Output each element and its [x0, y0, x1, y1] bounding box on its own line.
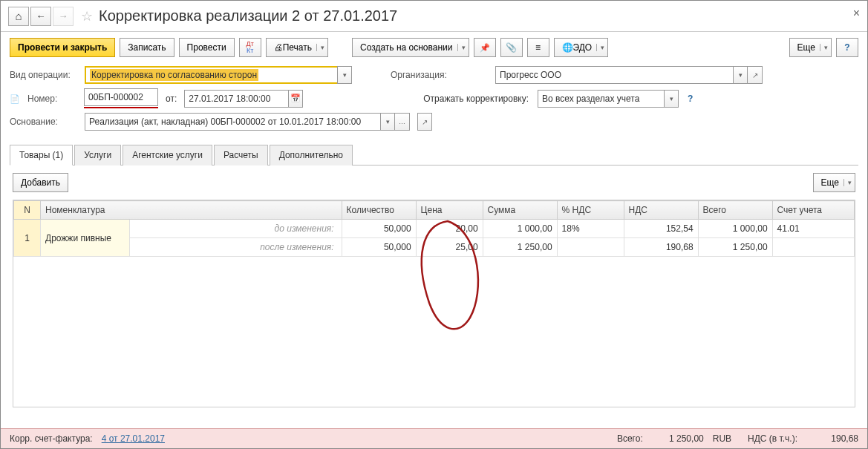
col-sum[interactable]: Сумма	[483, 201, 557, 220]
org-dropdown[interactable]: ▾	[733, 66, 748, 84]
col-account[interactable]: Счет учета	[772, 201, 854, 220]
col-item[interactable]: Номенклатура	[41, 201, 342, 220]
date-input[interactable]: 27.01.2017 18:00:00	[184, 90, 288, 108]
footer-currency: RUB	[713, 433, 731, 444]
number-input[interactable]: 00БП-000002	[84, 88, 158, 106]
after-label: после изменения:	[130, 238, 342, 257]
basis-label: Основание:	[10, 117, 80, 127]
dtkt-button[interactable]: ДтКт	[239, 38, 261, 57]
org-input[interactable]: Прогресс ООО	[495, 66, 733, 84]
reflect-label: Отражать корректировку:	[423, 94, 529, 104]
number-label: Номер:	[27, 94, 79, 104]
nav-back-button[interactable]	[30, 7, 51, 26]
create-based-button[interactable]: Создать на основании	[352, 38, 469, 57]
more-button[interactable]: Еще	[789, 38, 832, 57]
cell-total-after: 1 250,00	[698, 238, 772, 257]
edo-icon	[562, 42, 573, 53]
col-vat[interactable]: НДС	[624, 201, 698, 220]
invoice-label: Корр. счет-фактура:	[10, 433, 93, 444]
save-button[interactable]: Записать	[120, 38, 174, 57]
close-icon[interactable]: ×	[853, 7, 860, 20]
tab-calc[interactable]: Расчеты	[214, 145, 268, 165]
col-total[interactable]: Всего	[698, 201, 772, 220]
tab-goods[interactable]: Товары (1)	[10, 145, 73, 165]
cell-account-after	[772, 238, 854, 257]
col-vatrate[interactable]: % НДС	[557, 201, 624, 220]
col-n[interactable]: N	[14, 201, 41, 220]
nav-forward-button[interactable]	[53, 7, 74, 26]
cell-sum-before: 1 000,00	[483, 220, 557, 238]
grid-more-button[interactable]: Еще	[813, 173, 855, 192]
cell-account: 41.01	[772, 220, 854, 238]
date-label: от:	[166, 94, 177, 104]
footer-vat-value: 190,68	[806, 433, 858, 444]
add-row-button[interactable]: Добавить	[13, 173, 68, 192]
doc-icon	[10, 94, 23, 104]
table-row[interactable]: 1 Дрожжи пивные до изменения: 50,000 20,…	[14, 220, 855, 238]
cell-price-after: 25,00	[416, 238, 483, 257]
help-icon: ?	[844, 42, 849, 53]
cell-sum-after: 1 250,00	[483, 238, 557, 257]
reflect-input[interactable]: Во всех разделах учета	[538, 90, 664, 108]
cell-total-before: 1 000,00	[698, 220, 772, 238]
op-type-dropdown[interactable]: ▾	[337, 66, 352, 84]
favorite-star-icon[interactable]: ☆	[81, 8, 93, 24]
cell-vat-after: 190,68	[624, 238, 698, 257]
post-and-close-button[interactable]: Провести и закрыть	[10, 38, 115, 57]
edo-button[interactable]: ЭДО	[554, 38, 609, 57]
window-title: Корректировка реализации 2 от 27.01.2017	[99, 7, 397, 24]
col-price[interactable]: Цена	[416, 201, 483, 220]
cell-vat-before: 152,54	[624, 220, 698, 238]
invoice-link[interactable]: 4 от 27.01.2017	[102, 433, 165, 444]
op-type-input[interactable]: Корректировка по согласованию сторон	[85, 66, 337, 84]
attach-icon	[506, 42, 517, 53]
cell-item: Дрожжи пивные	[41, 220, 130, 257]
org-open[interactable]	[748, 66, 763, 84]
tab-agent[interactable]: Агентские услуги	[123, 145, 212, 165]
cell-qty-before: 50,000	[342, 220, 416, 238]
tab-extra[interactable]: Дополнительно	[270, 145, 353, 165]
basis-input[interactable]: Реализация (акт, накладная) 00БП-000002 …	[85, 113, 380, 131]
list-icon	[535, 42, 541, 53]
pin-button[interactable]	[474, 38, 496, 57]
list-button[interactable]	[527, 38, 549, 57]
basis-dropdown[interactable]: ▾	[380, 113, 395, 131]
cell-vatrate-before: 18%	[557, 220, 624, 238]
calendar-icon	[290, 94, 301, 103]
footer-vat-label: НДС (в т.ч.):	[748, 433, 797, 444]
help-button[interactable]: ?	[836, 38, 858, 57]
table-row[interactable]: после изменения: 50,000 25,00 1 250,00 1…	[14, 238, 855, 257]
open-icon	[422, 118, 428, 126]
tab-services[interactable]: Услуги	[74, 145, 121, 165]
attach-button[interactable]	[500, 38, 523, 57]
basis-open[interactable]	[417, 113, 432, 131]
reflect-dropdown[interactable]: ▾	[664, 90, 679, 108]
date-picker[interactable]	[288, 90, 303, 108]
cell-qty-after: 50,000	[342, 238, 416, 257]
print-icon	[274, 42, 283, 53]
reflect-help[interactable]: ?	[688, 94, 693, 104]
col-qty[interactable]: Количество	[342, 201, 416, 220]
basis-dots[interactable]: …	[395, 113, 410, 131]
print-button[interactable]: Печать	[266, 38, 328, 57]
footer-total-label: Всего:	[617, 433, 643, 444]
nav-home-button[interactable]	[8, 7, 29, 26]
dtkt-icon: ДтКт	[247, 41, 254, 54]
cell-price-before: 20,00	[416, 220, 483, 238]
before-label: до изменения:	[130, 220, 342, 238]
footer-total-value: 1 250,00	[652, 433, 704, 444]
pin-icon	[480, 42, 490, 53]
org-label: Организация:	[391, 70, 454, 80]
cell-n: 1	[14, 220, 41, 257]
op-type-label: Вид операции:	[10, 70, 80, 80]
cell-vatrate-after	[557, 238, 624, 257]
post-button[interactable]: Провести	[179, 38, 235, 57]
open-icon	[752, 71, 758, 79]
